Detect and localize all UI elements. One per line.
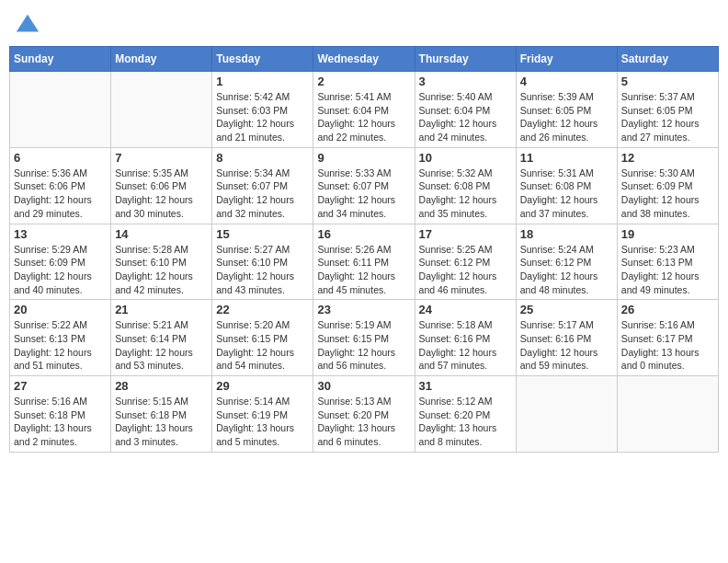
calendar-cell: 5Sunrise: 5:37 AM Sunset: 6:05 PM Daylig…: [617, 72, 718, 148]
day-info: Sunrise: 5:17 AM Sunset: 6:16 PM Dayligh…: [520, 318, 613, 373]
day-info: Sunrise: 5:21 AM Sunset: 6:14 PM Dayligh…: [115, 318, 208, 373]
day-number: 17: [419, 227, 512, 241]
day-number: 13: [14, 227, 107, 241]
calendar-header-row: SundayMondayTuesdayWednesdayThursdayFrid…: [10, 47, 719, 72]
calendar-cell: 3Sunrise: 5:40 AM Sunset: 6:04 PM Daylig…: [415, 72, 516, 148]
day-info: Sunrise: 5:25 AM Sunset: 6:12 PM Dayligh…: [419, 243, 512, 297]
day-number: 4: [520, 75, 613, 88]
calendar-cell: 22Sunrise: 5:20 AM Sunset: 6:15 PM Dayli…: [212, 300, 313, 376]
day-number: 6: [14, 151, 107, 165]
calendar-cell: 9Sunrise: 5:33 AM Sunset: 6:07 PM Daylig…: [313, 147, 415, 224]
day-number: 5: [621, 75, 714, 88]
calendar-cell: 23Sunrise: 5:19 AM Sunset: 6:15 PM Dayli…: [313, 300, 415, 376]
day-info: Sunrise: 5:24 AM Sunset: 6:12 PM Dayligh…: [520, 243, 613, 297]
calendar-cell: 10Sunrise: 5:32 AM Sunset: 6:08 PM Dayli…: [415, 147, 516, 224]
weekday-header-wednesday: Wednesday: [313, 47, 415, 72]
weekday-header-tuesday: Tuesday: [212, 47, 313, 72]
day-info: Sunrise: 5:28 AM Sunset: 6:10 PM Dayligh…: [115, 243, 208, 297]
day-info: Sunrise: 5:20 AM Sunset: 6:15 PM Dayligh…: [216, 318, 309, 373]
calendar-cell: 31Sunrise: 5:12 AM Sunset: 6:20 PM Dayli…: [415, 376, 516, 453]
day-info: Sunrise: 5:22 AM Sunset: 6:13 PM Dayligh…: [14, 318, 107, 373]
day-info: Sunrise: 5:16 AM Sunset: 6:17 PM Dayligh…: [621, 318, 714, 373]
weekday-header-saturday: Saturday: [617, 47, 718, 72]
calendar-cell: 13Sunrise: 5:29 AM Sunset: 6:09 PM Dayli…: [10, 224, 111, 300]
calendar-cell: 12Sunrise: 5:30 AM Sunset: 6:09 PM Dayli…: [617, 147, 718, 224]
calendar-row-5: 27Sunrise: 5:16 AM Sunset: 6:18 PM Dayli…: [10, 376, 719, 453]
day-number: 7: [115, 151, 208, 165]
day-info: Sunrise: 5:27 AM Sunset: 6:10 PM Dayligh…: [216, 243, 309, 297]
calendar-cell: 24Sunrise: 5:18 AM Sunset: 6:16 PM Dayli…: [415, 300, 516, 376]
day-info: Sunrise: 5:30 AM Sunset: 6:09 PM Dayligh…: [621, 167, 714, 221]
calendar-cell: 1Sunrise: 5:42 AM Sunset: 6:03 PM Daylig…: [212, 72, 313, 148]
calendar-cell: [617, 376, 718, 453]
day-info: Sunrise: 5:41 AM Sunset: 6:04 PM Dayligh…: [317, 90, 410, 144]
day-number: 22: [216, 303, 309, 316]
day-info: Sunrise: 5:23 AM Sunset: 6:13 PM Dayligh…: [621, 243, 714, 297]
calendar-cell: 25Sunrise: 5:17 AM Sunset: 6:16 PM Dayli…: [516, 300, 617, 376]
day-info: Sunrise: 5:14 AM Sunset: 6:19 PM Dayligh…: [216, 395, 309, 449]
day-info: Sunrise: 5:34 AM Sunset: 6:07 PM Dayligh…: [216, 167, 309, 221]
day-info: Sunrise: 5:12 AM Sunset: 6:20 PM Dayligh…: [419, 395, 512, 449]
day-info: Sunrise: 5:36 AM Sunset: 6:06 PM Dayligh…: [14, 167, 107, 221]
calendar-cell: 26Sunrise: 5:16 AM Sunset: 6:17 PM Dayli…: [617, 300, 718, 376]
day-number: 21: [115, 303, 208, 316]
day-info: Sunrise: 5:13 AM Sunset: 6:20 PM Dayligh…: [317, 395, 410, 449]
calendar-cell: 16Sunrise: 5:26 AM Sunset: 6:11 PM Dayli…: [313, 224, 415, 300]
day-number: 9: [317, 151, 410, 165]
calendar-cell: 14Sunrise: 5:28 AM Sunset: 6:10 PM Dayli…: [111, 224, 212, 300]
day-info: Sunrise: 5:29 AM Sunset: 6:09 PM Dayligh…: [14, 243, 107, 297]
day-info: Sunrise: 5:18 AM Sunset: 6:16 PM Dayligh…: [419, 318, 512, 373]
calendar-cell: [111, 72, 212, 148]
day-number: 10: [419, 151, 512, 165]
day-info: Sunrise: 5:15 AM Sunset: 6:18 PM Dayligh…: [115, 395, 208, 449]
calendar-cell: [516, 376, 617, 453]
day-info: Sunrise: 5:39 AM Sunset: 6:05 PM Dayligh…: [520, 90, 613, 144]
calendar-cell: [10, 72, 111, 148]
day-number: 27: [14, 379, 107, 393]
calendar-cell: 30Sunrise: 5:13 AM Sunset: 6:20 PM Dayli…: [313, 376, 415, 453]
day-info: Sunrise: 5:31 AM Sunset: 6:08 PM Dayligh…: [520, 167, 613, 221]
day-info: Sunrise: 5:40 AM Sunset: 6:04 PM Dayligh…: [419, 90, 512, 144]
calendar-cell: 21Sunrise: 5:21 AM Sunset: 6:14 PM Dayli…: [111, 300, 212, 376]
calendar-cell: 6Sunrise: 5:36 AM Sunset: 6:06 PM Daylig…: [10, 147, 111, 224]
day-number: 18: [520, 227, 613, 241]
day-info: Sunrise: 5:16 AM Sunset: 6:18 PM Dayligh…: [14, 395, 107, 449]
calendar-row-3: 13Sunrise: 5:29 AM Sunset: 6:09 PM Dayli…: [10, 224, 719, 300]
calendar-cell: 29Sunrise: 5:14 AM Sunset: 6:19 PM Dayli…: [212, 376, 313, 453]
day-info: Sunrise: 5:42 AM Sunset: 6:03 PM Dayligh…: [216, 90, 309, 144]
day-number: 14: [115, 227, 208, 241]
day-number: 16: [317, 227, 410, 241]
calendar-row-1: 1Sunrise: 5:42 AM Sunset: 6:03 PM Daylig…: [10, 72, 719, 148]
logo-icon: [15, 13, 40, 39]
calendar-cell: 11Sunrise: 5:31 AM Sunset: 6:08 PM Dayli…: [516, 147, 617, 224]
calendar-cell: 27Sunrise: 5:16 AM Sunset: 6:18 PM Dayli…: [10, 376, 111, 453]
day-number: 3: [419, 75, 512, 88]
day-number: 30: [317, 379, 410, 393]
weekday-header-sunday: Sunday: [10, 47, 111, 72]
calendar-cell: 8Sunrise: 5:34 AM Sunset: 6:07 PM Daylig…: [212, 147, 313, 224]
day-info: Sunrise: 5:32 AM Sunset: 6:08 PM Dayligh…: [419, 167, 512, 221]
weekday-header-thursday: Thursday: [415, 47, 516, 72]
day-number: 11: [520, 151, 613, 165]
day-number: 20: [14, 303, 107, 316]
day-number: 15: [216, 227, 309, 241]
day-info: Sunrise: 5:35 AM Sunset: 6:06 PM Dayligh…: [115, 167, 208, 221]
day-number: 2: [317, 75, 410, 88]
calendar-row-2: 6Sunrise: 5:36 AM Sunset: 6:06 PM Daylig…: [10, 147, 719, 224]
day-number: 8: [216, 151, 309, 165]
page-header: [9, 9, 719, 39]
day-number: 23: [317, 303, 410, 316]
day-number: 31: [419, 379, 512, 393]
weekday-header-friday: Friday: [516, 47, 617, 72]
day-number: 1: [216, 75, 309, 88]
calendar-cell: 17Sunrise: 5:25 AM Sunset: 6:12 PM Dayli…: [415, 224, 516, 300]
calendar-cell: 15Sunrise: 5:27 AM Sunset: 6:10 PM Dayli…: [212, 224, 313, 300]
calendar-cell: 19Sunrise: 5:23 AM Sunset: 6:13 PM Dayli…: [617, 224, 718, 300]
svg-marker-0: [17, 15, 39, 32]
day-number: 12: [621, 151, 714, 165]
calendar-row-4: 20Sunrise: 5:22 AM Sunset: 6:13 PM Dayli…: [10, 300, 719, 376]
day-number: 19: [621, 227, 714, 241]
calendar-cell: 7Sunrise: 5:35 AM Sunset: 6:06 PM Daylig…: [111, 147, 212, 224]
day-info: Sunrise: 5:37 AM Sunset: 6:05 PM Dayligh…: [621, 90, 714, 144]
logo: [13, 13, 40, 39]
